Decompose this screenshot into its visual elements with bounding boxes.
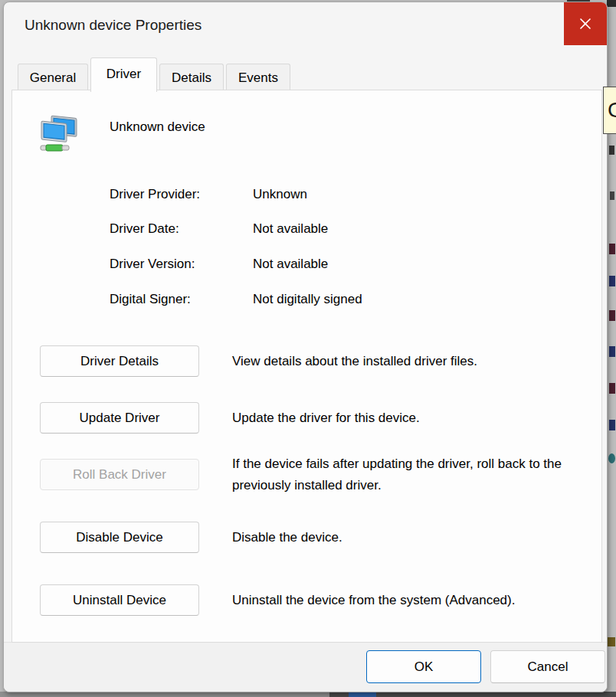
background-icon-fragment	[609, 420, 615, 430]
close-icon	[579, 18, 591, 30]
driver-date-value: Not available	[253, 221, 328, 237]
tab-events-label: Events	[238, 70, 278, 85]
background-text-fragment	[609, 146, 614, 155]
tab-details-label: Details	[172, 70, 211, 85]
driver-details-description: View details about the installed driver …	[232, 351, 585, 372]
background-icon-fragment	[609, 383, 615, 394]
driver-version-value: Not available	[253, 257, 328, 272]
background-icon-fragment	[609, 244, 615, 254]
close-button[interactable]	[564, 2, 607, 45]
cancel-button[interactable]: Cancel	[490, 650, 605, 683]
device-icon	[40, 115, 80, 153]
roll-back-driver-button[interactable]: Roll Back Driver	[40, 459, 199, 490]
driver-date-label: Driver Date:	[110, 221, 179, 237]
digital-signer-label: Digital Signer:	[110, 292, 191, 307]
driver-version-label: Driver Version:	[110, 257, 195, 272]
background-icon-fragment	[609, 346, 615, 357]
tab-general-label: General	[30, 70, 76, 85]
uninstall-device-button[interactable]: Uninstall Device	[40, 584, 199, 616]
driver-provider-value: Unknown	[253, 187, 307, 202]
roll-back-driver-description: If the device fails after updating the d…	[232, 453, 585, 496]
properties-dialog: Unknown device Properties General Driver…	[3, 2, 608, 692]
digital-signer-value: Not digitally signed	[253, 292, 362, 307]
dialog-title: Unknown device Properties	[25, 17, 202, 34]
close-tooltip-text: C	[608, 98, 616, 122]
background-icon-fragment	[609, 310, 615, 321]
background-icon-fragment	[609, 276, 615, 286]
background-icon-fragment	[607, 637, 615, 646]
update-driver-description: Update the driver for this device.	[232, 407, 585, 429]
driver-provider-label: Driver Provider:	[110, 187, 200, 202]
background-icon-fragment	[608, 453, 615, 463]
disable-device-description: Disable the device.	[232, 527, 585, 548]
dialog-footer: OK Cancel	[4, 642, 607, 692]
background-text-fragment	[610, 191, 614, 200]
tab-driver[interactable]: Driver	[90, 57, 157, 92]
device-name: Unknown device	[110, 119, 205, 135]
tab-events[interactable]: Events	[226, 64, 290, 92]
background-taskbar-indicator	[349, 692, 376, 697]
driver-details-button[interactable]: Driver Details	[40, 345, 199, 377]
tab-details[interactable]: Details	[159, 64, 224, 92]
driver-tab-panel: Unknown device Driver Provider: Unknown …	[11, 90, 602, 643]
background-text-fragment	[607, 0, 616, 7]
disable-device-button[interactable]: Disable Device	[40, 522, 199, 553]
tab-general[interactable]: General	[18, 64, 88, 92]
uninstall-device-description: Uninstall the device from the system (Ad…	[232, 590, 585, 611]
tab-driver-label: Driver	[106, 67, 141, 81]
update-driver-button[interactable]: Update Driver	[40, 402, 199, 434]
close-tooltip: C	[603, 87, 616, 134]
ok-button[interactable]: OK	[366, 650, 481, 683]
